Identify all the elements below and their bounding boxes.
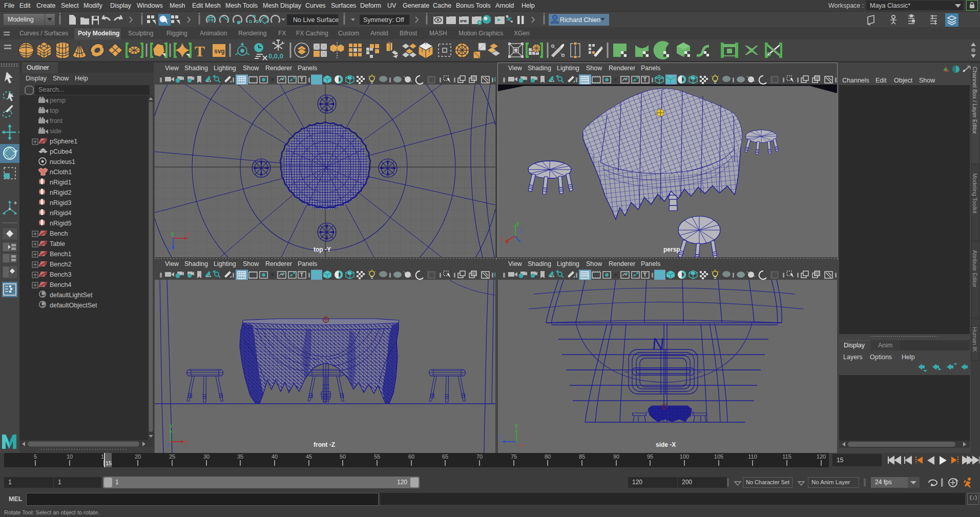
svg-text:105: 105	[714, 453, 723, 460]
svg-text:y: y	[515, 422, 518, 428]
svg-text:front -Z: front -Z	[314, 441, 335, 448]
svg-text:defaultObjectSet: defaultObjectSet	[50, 302, 97, 309]
svg-text:10: 10	[67, 453, 73, 460]
svg-text:100: 100	[680, 453, 689, 460]
svg-text:x: x	[519, 442, 523, 448]
svg-text:Bench3: Bench3	[50, 271, 71, 278]
svg-text:z: z	[167, 244, 170, 251]
svg-text:40: 40	[272, 453, 278, 460]
svg-text:svg: svg	[214, 48, 225, 55]
svg-text:nRigid2: nRigid2	[50, 189, 71, 196]
svg-text:60: 60	[408, 453, 414, 460]
svg-text:z: z	[166, 442, 170, 448]
svg-text:Symmetry: Off: Symmetry: Off	[363, 16, 404, 24]
svg-text:y: y	[516, 220, 519, 226]
svg-text:T: T	[195, 43, 205, 59]
svg-text:25: 25	[169, 453, 175, 460]
svg-text:85: 85	[579, 453, 585, 460]
svg-text:70: 70	[476, 453, 483, 460]
svg-text:nRigid1: nRigid1	[50, 179, 71, 186]
svg-text:0,0,0: 0,0,0	[268, 52, 283, 60]
svg-text:75: 75	[511, 453, 517, 460]
svg-text:nCloth1: nCloth1	[50, 169, 72, 176]
svg-text:pSphere1: pSphere1	[50, 138, 77, 145]
svg-text:z: z	[519, 228, 523, 234]
svg-text:50: 50	[340, 453, 346, 460]
svg-text:top -Y: top -Y	[314, 246, 331, 253]
svg-text:90: 90	[613, 453, 619, 460]
svg-text:IPR: IPR	[460, 19, 467, 24]
svg-text:side -X: side -X	[656, 441, 676, 448]
svg-text:front: front	[50, 117, 63, 125]
svg-text:side: side	[50, 128, 61, 135]
svg-text:35: 35	[237, 453, 243, 460]
svg-text:nRigid3: nRigid3	[50, 199, 71, 206]
svg-text:y: y	[171, 230, 174, 236]
svg-text:persp: persp	[663, 246, 680, 253]
svg-text:x: x	[500, 235, 503, 241]
svg-text:20: 20	[135, 453, 141, 460]
svg-text:65: 65	[442, 453, 448, 460]
svg-text:top: top	[50, 107, 58, 114]
svg-text:nRigid5: nRigid5	[50, 220, 71, 227]
svg-text:z: z	[499, 433, 502, 440]
svg-text:80: 80	[545, 453, 551, 460]
svg-text:x: x	[185, 439, 188, 445]
svg-text:55: 55	[374, 453, 380, 460]
svg-text:y: y	[170, 422, 173, 428]
svg-text:15: 15	[106, 460, 112, 466]
svg-text:5: 5	[34, 453, 37, 460]
svg-text:x: x	[186, 231, 190, 237]
svg-text:120: 120	[817, 453, 826, 460]
svg-text:Table: Table	[50, 240, 65, 247]
svg-text:N: N	[652, 335, 665, 353]
svg-text:Bench4: Bench4	[50, 281, 71, 288]
svg-text:No Live Surface: No Live Surface	[293, 16, 339, 24]
svg-text:Bench2: Bench2	[50, 261, 71, 268]
svg-text:defaultLightSet: defaultLightSet	[50, 292, 93, 299]
svg-text:45: 45	[306, 453, 312, 460]
svg-text:nRigid4: nRigid4	[50, 210, 71, 217]
svg-text:30: 30	[203, 453, 210, 460]
svg-text:115: 115	[782, 453, 791, 460]
svg-text:Richard Chien: Richard Chien	[560, 16, 600, 24]
svg-text:110: 110	[748, 453, 757, 460]
svg-text:Bench1: Bench1	[50, 251, 71, 258]
svg-text:nucleus1: nucleus1	[50, 158, 75, 166]
svg-text:pCube4: pCube4	[50, 148, 72, 155]
svg-text:persp: persp	[50, 97, 66, 104]
svg-text:Bench: Bench	[50, 230, 68, 237]
svg-text:95: 95	[647, 453, 653, 460]
